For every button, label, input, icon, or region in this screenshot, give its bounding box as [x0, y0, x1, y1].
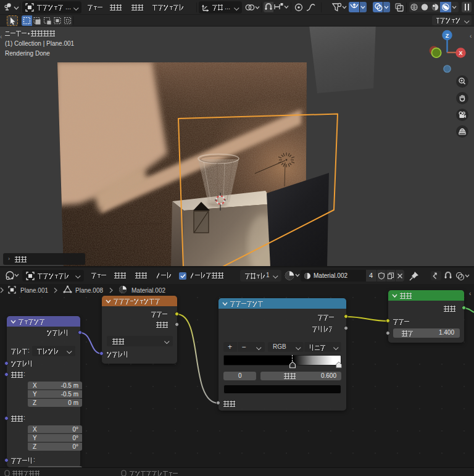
svg-text:Z: Z	[446, 33, 449, 39]
svg-text:X: X	[459, 50, 462, 56]
